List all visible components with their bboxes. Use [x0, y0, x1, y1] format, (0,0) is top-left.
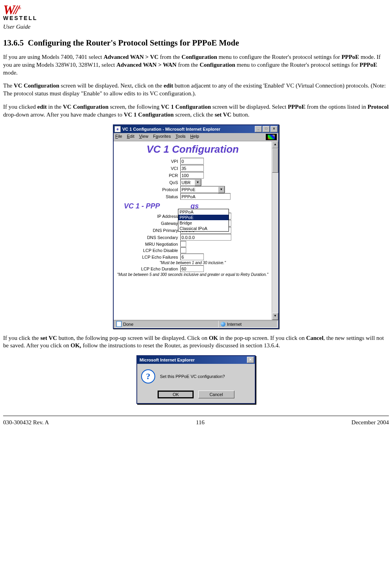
dialog-buttons: OK Cancel: [137, 389, 255, 403]
ip-address-label: IP Address: [116, 214, 180, 219]
dns-primary-label: DNS Primary: [116, 228, 180, 233]
menu-edit[interactable]: Edit: [127, 134, 134, 140]
section-number: 13.6.5: [3, 38, 24, 47]
lcp-echo-disable-label: LCP Echo Disable: [116, 248, 180, 253]
statusbar: Done Internet: [114, 320, 278, 328]
mru-negotiation-checkbox[interactable]: [180, 241, 186, 247]
paragraph-2: The VC Configuration screen will be disp…: [3, 82, 389, 98]
minimize-button[interactable]: _: [255, 126, 262, 132]
footer-page-number: 116: [196, 419, 205, 426]
confirm-dialog-screenshot: Microsoft Internet Explorer ✕ ? Set this…: [3, 355, 389, 404]
protocol-option-pppoa[interactable]: PPPoA: [178, 209, 229, 215]
ie-throbber-icon: [266, 134, 277, 140]
vc-config-heading: VC 1 Configuration: [116, 144, 269, 155]
menu-view[interactable]: View: [139, 134, 149, 140]
westell-logo: W//® WESTELL: [3, 4, 46, 21]
vci-input[interactable]: [180, 165, 204, 172]
paragraph-4: If you click the set VC button, the foll…: [3, 334, 389, 350]
page-footer: 030-300432 Rev. A 116 December 2004: [3, 419, 389, 426]
section-title: 13.6.5 Configuring the Router's Protocol…: [3, 38, 389, 48]
chevron-down-icon[interactable]: ▼: [194, 179, 201, 186]
vc-config-screenshot: e VC 1 Configuration - Microsoft Interne…: [3, 124, 389, 329]
paragraph-3: If you clicked edit in the VC Configurat…: [3, 103, 389, 119]
scroll-track[interactable]: [272, 173, 278, 313]
window-titlebar: e VC 1 Configuration - Microsoft Interne…: [114, 125, 278, 133]
dialog-titlebar: Microsoft Internet Explorer ✕: [137, 356, 255, 364]
menu-tools[interactable]: Tools: [176, 134, 186, 140]
lcp-echo-failures-label: LCP Echo Failures: [116, 255, 180, 259]
confirm-dialog: Microsoft Internet Explorer ✕ ? Set this…: [136, 355, 256, 404]
menubar: File Edit View Favorites Tools Help: [114, 133, 278, 141]
logo-brand-text: WESTELL: [3, 15, 46, 21]
cancel-button[interactable]: Cancel: [198, 391, 234, 398]
footer-divider: [3, 416, 389, 416]
protocol-option-classical-ipoa[interactable]: Classical IPoA: [178, 226, 229, 231]
mru-negotiation-label: MRU Negotiation: [116, 242, 180, 246]
protocol-option-bridge[interactable]: Bridge: [178, 220, 229, 226]
vpi-input[interactable]: [180, 158, 204, 164]
lcp-echo-disable-checkbox[interactable]: [180, 247, 186, 253]
status-label: Status: [116, 194, 180, 199]
dialog-close-button[interactable]: ✕: [247, 357, 254, 363]
browser-window: e VC 1 Configuration - Microsoft Interne…: [113, 124, 279, 329]
paragraph-1: If you are using Models 7400, 7401 selec…: [3, 53, 389, 77]
vertical-scrollbar[interactable]: ▲ ▼: [272, 141, 278, 320]
dns-secondary-label: DNS Secondary: [116, 235, 180, 240]
scroll-thumb[interactable]: [272, 148, 278, 173]
section-heading-text: Configuring the Router's Protocol Settin…: [28, 38, 239, 47]
dns-secondary-input[interactable]: [180, 234, 231, 241]
vpi-label: VPI: [116, 159, 180, 164]
question-icon: ?: [141, 369, 155, 383]
pcr-label: PCR: [116, 173, 180, 178]
lcp-duration-note: "Must be between 5 and 300 seconds inclu…: [116, 272, 269, 277]
lcp-echo-duration-label: LCP Echo Duration: [116, 267, 180, 271]
document-icon: [116, 321, 122, 327]
close-button[interactable]: X: [270, 126, 278, 132]
pcr-input[interactable]: [180, 172, 204, 179]
menu-file[interactable]: File: [115, 134, 122, 140]
menu-favorites[interactable]: Favorites: [153, 134, 171, 140]
chevron-down-icon[interactable]: ▼: [218, 186, 225, 193]
lcp-echo-duration-input[interactable]: [180, 265, 204, 272]
dialog-body: ? Set this PPPoE VC configuration?: [137, 364, 255, 389]
status-input[interactable]: [180, 193, 230, 200]
dialog-title: Microsoft Internet Explorer: [138, 358, 247, 362]
status-done: Done: [114, 321, 219, 328]
qos-label: QoS: [116, 180, 180, 185]
gateway-label: Gateway: [116, 221, 180, 226]
browser-content: VC 1 Configuration VPI VCI PCR QoS▼ Prot…: [114, 141, 278, 320]
footer-doc-number: 030-300432 Rev. A: [3, 419, 49, 426]
ok-button[interactable]: OK: [158, 391, 194, 398]
scroll-down-button[interactable]: ▼: [272, 313, 278, 320]
page-header: W//® WESTELL User Guide: [3, 4, 389, 33]
dialog-message: Set this PPPoE VC configuration?: [160, 374, 225, 379]
ie-icon: e: [114, 126, 121, 132]
protocol-option-pppoe[interactable]: PPPoE: [178, 215, 229, 220]
maximize-button[interactable]: □: [263, 126, 270, 132]
lcp-echo-failures-input[interactable]: [180, 254, 204, 260]
vci-label: VCI: [116, 166, 180, 171]
logo-mark-icon: W//®: [3, 4, 46, 14]
status-zone: Internet: [219, 321, 278, 328]
user-guide-label: User Guide: [3, 24, 389, 30]
protocol-dropdown-list: PPPoA PPPoE Bridge Classical IPoA: [178, 209, 229, 232]
menu-help[interactable]: Help: [190, 134, 199, 140]
protocol-label: Protocol: [116, 187, 180, 192]
globe-icon: [221, 322, 225, 327]
window-title: VC 1 Configuration - Microsoft Internet …: [122, 127, 255, 131]
scroll-up-button[interactable]: ▲: [272, 141, 278, 148]
footer-date: December 2004: [352, 419, 389, 426]
lcp-failures-note: "Must be between 1 and 30 inclusive.": [116, 261, 269, 265]
